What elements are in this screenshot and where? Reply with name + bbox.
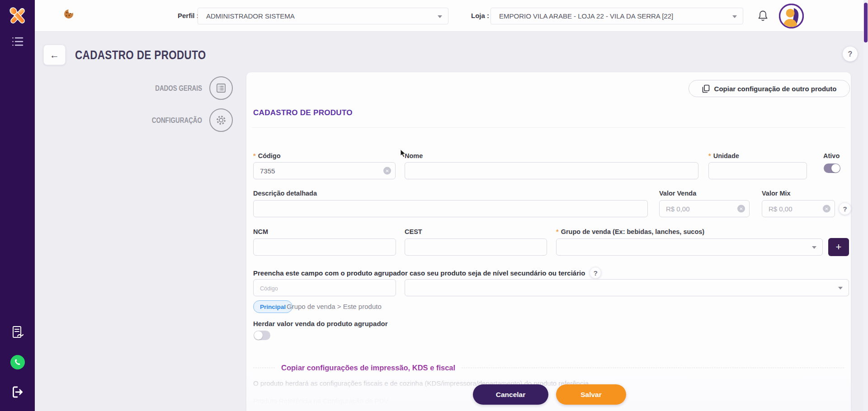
unidade-field-wrap xyxy=(708,162,807,179)
descricao-label: Descrição detalhada xyxy=(253,190,317,197)
page-scrollbar xyxy=(863,0,868,411)
form-heading: CADASTRO DE PRODUTO xyxy=(253,108,353,117)
ativo-label: Ativo xyxy=(823,152,840,159)
toggle-knob xyxy=(831,164,840,173)
clear-icon[interactable]: ✕ xyxy=(383,167,391,175)
cest-input[interactable] xyxy=(405,238,547,256)
agrupador-codigo-input[interactable] xyxy=(253,279,396,296)
nome-label: Nome xyxy=(405,152,423,159)
section-title: Copiar configurações de impressão, KDS e… xyxy=(281,364,455,372)
ncm-input[interactable] xyxy=(253,238,396,256)
herdar-label: Herdar valor venda do produto agrupador xyxy=(253,320,388,327)
agrupador-codigo-wrap xyxy=(253,279,396,296)
herdar-toggle[interactable] xyxy=(254,331,270,340)
agrupador-helper-text: Preencha este campo com o produto agrupa… xyxy=(253,269,585,277)
agrupador-help-button[interactable]: ? xyxy=(590,267,601,279)
ncm-label: NCM xyxy=(253,228,268,235)
cest-label: CEST xyxy=(405,228,422,235)
clear-icon[interactable]: ✕ xyxy=(737,205,745,213)
section-divider-row: Copiar configurações de impressão, KDS e… xyxy=(253,364,844,372)
valor-venda-input[interactable] xyxy=(659,200,750,217)
valor-venda-label: Valor Venda xyxy=(659,190,696,197)
add-grupo-button[interactable]: + xyxy=(828,238,849,256)
cest-field-wrap xyxy=(405,238,547,256)
page-title: CADASTRO DE PRODUTO xyxy=(75,48,206,62)
valor-mix-field-wrap: ✕ xyxy=(762,200,835,217)
copy-icon xyxy=(702,84,710,93)
chevron-down-icon xyxy=(838,287,843,290)
logout-icon[interactable] xyxy=(10,385,25,401)
divider xyxy=(252,127,845,128)
agrupador-select[interactable] xyxy=(405,279,849,296)
chevron-down-icon xyxy=(438,15,442,18)
codigo-field-wrap: ✕ xyxy=(253,162,396,179)
topbar: Perfil : ADMINISTRADOR SISTEMA Loja : EM… xyxy=(35,0,863,32)
back-button[interactable]: ← xyxy=(43,45,66,65)
stepper-item-configuracao[interactable]: CONFIGURAÇÃO xyxy=(93,117,202,125)
nome-field-wrap xyxy=(405,162,698,179)
copy-config-button[interactable]: Copiar configuração de outro produto xyxy=(689,80,850,97)
valor-mix-help-button[interactable]: ? xyxy=(839,202,851,215)
divider xyxy=(253,368,275,368)
cookie-icon xyxy=(63,8,74,21)
stepper-item-dados-gerais[interactable]: DADOS GERAIS xyxy=(93,84,202,93)
scrollbar-thumb[interactable] xyxy=(864,3,868,42)
agrupador-helper: Preencha este campo com o produto agrupa… xyxy=(253,267,601,279)
loja-label: Loja : xyxy=(471,12,489,19)
loja-select[interactable]: EMPORIO VILA ARABE - LOJA 22 - VILA DA S… xyxy=(491,8,743,24)
dados-gerais-form-icon[interactable] xyxy=(209,76,233,100)
descricao-field-wrap xyxy=(253,200,648,217)
whatsapp-icon[interactable] xyxy=(9,354,26,372)
divider xyxy=(462,368,844,368)
contract-document-icon[interactable] xyxy=(10,325,25,341)
app-logo-icon[interactable] xyxy=(7,5,28,28)
sidebar-bottom-icons xyxy=(0,325,35,411)
ativo-toggle[interactable] xyxy=(824,163,840,173)
save-button[interactable]: Salvar xyxy=(556,384,626,405)
grupo-path-text: Grupo de venda > Este produto xyxy=(287,303,382,310)
descricao-input[interactable] xyxy=(253,200,648,217)
product-form-card: Copiar configuração de outro produto CAD… xyxy=(246,72,851,411)
nome-input[interactable] xyxy=(405,162,698,179)
codigo-input[interactable] xyxy=(253,162,396,179)
unidade-label: *Unidade xyxy=(708,152,739,159)
grupo-venda-select[interactable] xyxy=(556,238,823,256)
cancel-button[interactable]: Cancelar xyxy=(473,384,548,405)
toggle-knob xyxy=(254,331,263,340)
loja-value: EMPORIO VILA ARABE - LOJA 22 - VILA DA S… xyxy=(499,12,673,20)
ncm-field-wrap xyxy=(253,238,396,256)
notifications-bell-icon[interactable] xyxy=(757,9,769,24)
avatar[interactable] xyxy=(779,4,804,28)
unidade-input[interactable] xyxy=(708,162,807,179)
perfil-value: ADMINISTRADOR SISTEMA xyxy=(206,12,295,20)
produto-referencia-label: Produto Referência na Configuração de PD… xyxy=(253,397,388,405)
perfil-select[interactable]: ADMINISTRADOR SISTEMA xyxy=(198,8,448,24)
configuracao-gear-icon[interactable] xyxy=(209,108,233,132)
page-help-button[interactable]: ? xyxy=(843,47,858,61)
valor-mix-label: Valor Mix xyxy=(762,190,791,197)
sidebar xyxy=(0,0,35,411)
valor-venda-field-wrap: ✕ xyxy=(659,200,750,217)
chevron-down-icon xyxy=(732,15,737,18)
grupo-venda-label: *Grupo de venda (Ex: bebidas, lanches, s… xyxy=(556,228,704,235)
perfil-label: Perfil : xyxy=(178,12,199,19)
copy-config-label: Copiar configuração de outro produto xyxy=(714,85,837,93)
chevron-down-icon xyxy=(812,246,816,249)
clear-icon[interactable]: ✕ xyxy=(823,205,830,213)
codigo-label: *Código xyxy=(253,152,281,159)
sidebar-menu-icon[interactable] xyxy=(12,36,24,49)
